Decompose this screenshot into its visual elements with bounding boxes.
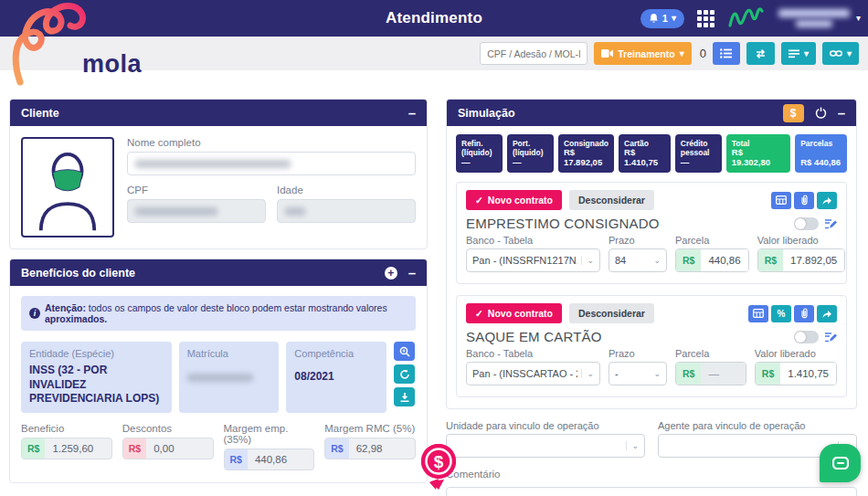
training-label: Treinamento: [618, 48, 674, 59]
table-icon: [753, 309, 764, 318]
search-input[interactable]: [480, 42, 587, 65]
new-contract-button[interactable]: ✓ Novo contrato: [466, 303, 562, 323]
share-arrow-icon: [821, 195, 832, 206]
currency-prefix: R$: [225, 449, 248, 470]
refresh-icon: [399, 369, 410, 380]
disregard-button[interactable]: Desconsiderar: [569, 190, 654, 210]
money-marker-button[interactable]: $: [418, 442, 460, 495]
released-field[interactable]: R$ 17.892,05: [757, 248, 846, 272]
bell-icon: [649, 13, 659, 24]
age-value-redacted: [285, 207, 305, 216]
simulation-summary-cards: Refin. (líquido) — Port. (líquido) — Con…: [447, 126, 856, 182]
term-label: Prazo: [609, 348, 667, 359]
margin-rmc-field: Margem RMC (5%) R$62,98: [324, 423, 416, 470]
edit-icon[interactable]: [824, 331, 837, 343]
caret-down-icon: ▾: [856, 14, 861, 23]
caret-down-icon: ▾: [804, 49, 809, 58]
comment-label: Comentário: [446, 469, 857, 480]
video-icon: [601, 49, 613, 58]
attachment-button[interactable]: [794, 305, 814, 322]
comment-textarea[interactable]: [446, 487, 857, 496]
list-button[interactable]: [713, 42, 740, 65]
collapse-icon[interactable]: –: [408, 106, 416, 120]
refresh-button[interactable]: [394, 364, 415, 384]
caret-down-icon: ▾: [680, 49, 684, 58]
term-select[interactable]: - ⌄: [609, 362, 667, 385]
disregard-button[interactable]: Desconsiderar: [569, 303, 654, 323]
collapse-icon[interactable]: –: [838, 106, 845, 120]
apps-grid-icon[interactable]: [697, 10, 715, 27]
list-menu-button[interactable]: ▾: [781, 42, 816, 65]
new-contract-button[interactable]: ✓ Novo contrato: [466, 190, 562, 210]
coin-icon[interactable]: $: [783, 104, 804, 122]
user-name-redacted: [778, 9, 850, 27]
installment-field[interactable]: R$ 440,86: [675, 248, 749, 272]
power-icon[interactable]: [815, 107, 827, 119]
term-select[interactable]: 84 ⌄: [609, 248, 667, 272]
dollar-icon: $: [434, 452, 444, 471]
bank-select[interactable]: Pan - (INSSRFN1217N... ⌄: [466, 248, 600, 272]
simulation-panel: Simulação $ – Refin. (líquido) — Port. (…: [446, 99, 857, 409]
chat-button[interactable]: [820, 444, 861, 482]
add-benefit-button[interactable]: +: [385, 267, 397, 280]
benefit-field: Beneficio R$1.259,60: [21, 423, 112, 470]
share-button[interactable]: [817, 305, 837, 322]
zoom-in-button[interactable]: [394, 342, 415, 361]
agent-label: Agente para vinculo de operação: [658, 420, 857, 431]
masked-person-icon: [28, 143, 107, 231]
edit-icon[interactable]: [824, 217, 837, 229]
info-icon: i: [29, 308, 40, 319]
contract-title: SAQUE EM CARTÃO: [466, 329, 602, 344]
margin-emp-label: Margem emp. (35%): [224, 423, 315, 445]
discounts-value: 0,00: [146, 438, 181, 459]
benefit-value: 1.259,60: [45, 438, 101, 459]
exchange-button[interactable]: [746, 42, 775, 65]
summary-card-refin: Refin. (líquido) —: [456, 134, 503, 173]
margin-rmc-value: 62,98: [349, 438, 390, 459]
training-button[interactable]: Treinamento ▾: [594, 42, 691, 65]
unit-label: Unidade para vinculo de operação: [446, 420, 645, 431]
list-icon: [720, 48, 732, 58]
attachment-button[interactable]: [794, 192, 814, 209]
competence-label: Competência: [294, 348, 378, 359]
summary-card-credito: Crédito pessoal —: [675, 134, 722, 173]
released-label: Valor liberado: [757, 235, 846, 246]
percent-icon: %: [778, 309, 786, 319]
table-icon: [776, 195, 787, 205]
competence-value: 08/2021: [294, 370, 378, 385]
client-panel-title: Cliente: [21, 107, 59, 120]
collapse-icon[interactable]: –: [408, 266, 416, 280]
link-button[interactable]: ▾: [822, 42, 859, 65]
name-field[interactable]: [127, 152, 416, 175]
caret-down-icon: ▾: [847, 49, 852, 58]
chevron-down-icon: ⌄: [581, 369, 594, 378]
released-field[interactable]: R$ 1.410,75: [755, 362, 837, 385]
benefit-label: Beneficio: [21, 423, 112, 434]
contract-title: EMPRESTIMO CONSIGNADO: [466, 216, 660, 231]
chevron-down-icon: ⌄: [649, 369, 661, 378]
paperclip-icon: [800, 308, 809, 319]
contract-toggle[interactable]: [794, 217, 819, 230]
table-button[interactable]: [771, 192, 791, 209]
chevron-down-icon: ⌄: [626, 441, 639, 450]
alert-text: todos os campos de valor deste bloco pod…: [89, 302, 387, 313]
table-button[interactable]: [748, 305, 768, 322]
registration-label: Matrícula: [187, 348, 271, 359]
share-button[interactable]: [817, 192, 837, 209]
installment-field: R$ —: [675, 362, 746, 385]
chat-icon: [832, 457, 849, 470]
unit-select[interactable]: ⌄: [446, 434, 645, 458]
alert-suffix: aproximados.: [45, 313, 107, 324]
notifications-button[interactable]: 1 ▾: [640, 9, 684, 28]
user-menu[interactable]: ▾: [778, 9, 861, 27]
contract-block-consignado: ✓ Novo contrato Desconsiderar: [456, 182, 847, 284]
download-button[interactable]: [394, 387, 415, 406]
summary-card-total: Total R$ 19.302,80: [726, 134, 790, 173]
contract-toggle[interactable]: [794, 331, 819, 343]
discounts-field: Descontos R$0,00: [122, 423, 214, 470]
bank-select[interactable]: Pan - (INSSCARTAO - 2... ⌄: [466, 362, 600, 385]
chevron-down-icon: ⌄: [581, 256, 594, 265]
alert-prefix: Atenção:: [45, 302, 86, 313]
toolbar-counter: 0: [700, 47, 706, 60]
percent-button[interactable]: %: [771, 305, 791, 322]
